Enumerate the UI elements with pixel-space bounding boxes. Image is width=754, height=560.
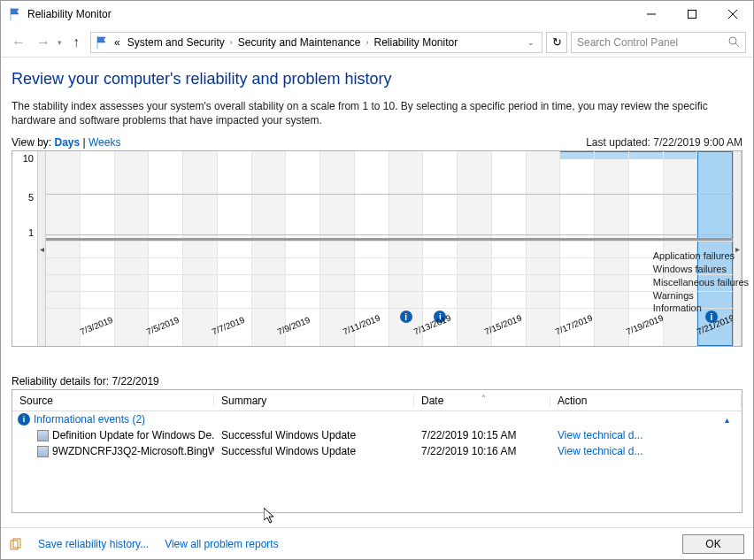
collapse-icon[interactable]: ▴ [725, 415, 736, 425]
breadcrumb-part[interactable]: Reliability Monitor [372, 36, 459, 49]
minimize-button[interactable] [631, 1, 672, 27]
recent-dropdown[interactable]: ▾ [58, 38, 62, 47]
update-icon [37, 446, 49, 457]
details-label: Reliability details for: 7/22/2019 [12, 375, 742, 387]
svg-line-5 [735, 43, 739, 47]
col-action[interactable]: Action [550, 395, 742, 407]
table-row[interactable]: 9WZDNCRFJ3Q2-Microsoft.BingW... Successf… [12, 443, 742, 459]
info-icon: i [18, 413, 30, 426]
view-all-reports-link[interactable]: View all problem reports [165, 538, 279, 550]
view-by: View by: Days | Weeks [12, 136, 120, 149]
breadcrumb-part[interactable]: Security and Maintenance [236, 36, 363, 49]
breadcrumb-part[interactable]: System and Security [126, 36, 227, 49]
maximize-button[interactable] [672, 1, 712, 27]
reliability-chart[interactable]: 10 5 1 ◂ i i [12, 150, 742, 347]
titlebar: Reliability Monitor [1, 1, 753, 27]
group-row-informational[interactable]: i Informational events (2) ▴ [12, 411, 742, 427]
x-axis: 7/3/2019 7/5/2019 7/7/2019 7/9/2019 7/11… [46, 325, 733, 346]
col-date[interactable]: Date^ [414, 395, 550, 407]
col-source[interactable]: Source [12, 395, 214, 407]
search-input[interactable]: Search Control Panel [571, 32, 746, 53]
col-summary[interactable]: Summary [214, 395, 414, 407]
copy-icon [10, 538, 22, 550]
chevron-right-icon: › [365, 38, 368, 47]
content-area: Review your computer's reliability and p… [1, 58, 753, 527]
refresh-button[interactable]: ↻ [546, 32, 567, 53]
view-details-link[interactable]: View technical d... [550, 445, 742, 457]
svg-point-4 [729, 37, 736, 44]
ok-button[interactable]: OK [682, 534, 744, 554]
flag-icon [8, 7, 22, 21]
window-title: Reliability Monitor [27, 8, 631, 20]
update-icon [37, 430, 49, 441]
footer: Save reliability history... View all pro… [1, 527, 753, 559]
details-table: Source Summary Date^ Action i Informatio… [12, 389, 742, 513]
table-row[interactable]: Definition Update for Windows De... Succ… [12, 427, 742, 443]
close-button[interactable] [712, 1, 753, 27]
breadcrumb-prefix[interactable]: « [112, 36, 122, 49]
search-icon [728, 36, 740, 48]
chevron-right-icon: › [230, 38, 233, 47]
y-axis: 10 5 1 [12, 151, 37, 346]
chart-grid[interactable]: i i i 7/3/2019 7/5/2019 7/7/2019 7/9/201… [46, 151, 733, 346]
flag-icon [95, 35, 109, 50]
back-button[interactable]: ← [8, 32, 29, 53]
chart-scroll-left[interactable]: ◂ [37, 151, 46, 346]
last-updated: Last updated: 7/22/2019 9:00 AM [586, 136, 742, 149]
breadcrumb-dropdown[interactable]: ⌄ [524, 38, 538, 47]
search-placeholder: Search Control Panel [577, 36, 728, 49]
up-button[interactable]: ↑ [65, 32, 87, 53]
sort-caret-icon: ^ [482, 393, 486, 401]
view-weeks-link[interactable]: Weeks [88, 136, 120, 149]
nav-row: ← → ▾ ↑ « System and Security › Security… [1, 27, 753, 58]
save-history-link[interactable]: Save reliability history... [38, 538, 149, 550]
svg-rect-1 [689, 11, 696, 19]
breadcrumb[interactable]: « System and Security › Security and Mai… [90, 32, 542, 53]
view-details-link[interactable]: View technical d... [550, 429, 742, 441]
forward-button[interactable]: → [33, 32, 54, 53]
chart-legend: Application failures Windows failures Mi… [653, 249, 749, 315]
view-days-link[interactable]: Days [54, 136, 80, 149]
page-heading: Review your computer's reliability and p… [12, 70, 742, 88]
table-header: Source Summary Date^ Action [12, 390, 742, 411]
page-description: The stability index assesses your system… [12, 99, 742, 127]
